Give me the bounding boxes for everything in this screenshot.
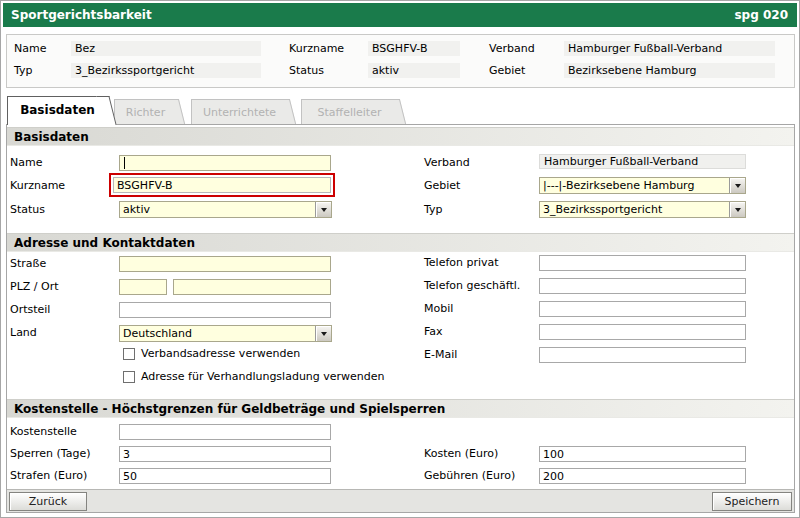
back-button[interactable]: Zurück <box>9 492 87 511</box>
kurzname-error-highlight <box>109 173 335 197</box>
status-select-value: aktiv <box>120 202 315 217</box>
land-select-value: Deutschland <box>120 326 315 341</box>
verband-label: Verband <box>424 155 470 171</box>
fax-label: Fax <box>424 324 443 340</box>
email-input[interactable] <box>539 347 746 363</box>
kosten-euro-input[interactable] <box>539 446 746 462</box>
section-header-adresse: Adresse und Kontaktdaten <box>7 233 794 252</box>
kurzname-label: Kurzname <box>10 178 65 194</box>
plz-input[interactable] <box>119 279 167 295</box>
land-label: Land <box>10 325 37 341</box>
name-label: Name <box>10 155 42 171</box>
summary-kurzname-value: BSGHFV-B <box>368 41 460 56</box>
tab-staffelleiter[interactable]: Staffelleiter <box>301 99 397 124</box>
page-title: Sportgerichtsbarkeit <box>11 8 152 22</box>
email-label: E-Mail <box>424 347 457 363</box>
typ-dropdown-button[interactable] <box>729 202 745 217</box>
verbandsadresse-checkbox-row: Verbandsadresse verwenden <box>123 347 300 361</box>
chevron-down-icon <box>735 184 741 188</box>
mobil-input[interactable] <box>539 301 746 317</box>
gebiet-select-value: |---|-Bezirksebene Hamburg <box>540 178 729 193</box>
chevron-down-icon <box>321 332 327 336</box>
plz-ort-label: PLZ / Ort <box>10 279 59 295</box>
tab-bar: Basisdaten Richter Unterrichtete Staffel… <box>7 96 767 124</box>
strafen-euro-input[interactable] <box>119 468 331 484</box>
save-button[interactable]: Speichern <box>712 492 792 511</box>
name-input[interactable] <box>119 155 331 171</box>
gebiet-label: Gebiet <box>424 178 460 194</box>
footer-bar: Zurück Speichern <box>7 489 794 512</box>
summary-verband-label: Verband <box>489 41 535 56</box>
summary-status-label: Status <box>289 63 324 78</box>
ort-input[interactable] <box>173 279 331 295</box>
page-code: spg 020 <box>734 3 788 27</box>
summary-kurzname-label: Kurzname <box>289 41 344 56</box>
gebuehren-euro-label: Gebühren (Euro) <box>424 468 515 484</box>
app-window: Sportgerichtsbarkeit spg 020 Name Bez Ku… <box>0 0 800 518</box>
typ-select-value: 3_Bezirkssportgericht <box>540 202 729 217</box>
summary-typ-value: 3_Bezirkssportgericht <box>71 63 261 78</box>
kosten-euro-label: Kosten (Euro) <box>424 446 498 462</box>
mobil-label: Mobil <box>424 301 453 317</box>
fax-input[interactable] <box>539 324 746 340</box>
kostenstelle-label: Kostenstelle <box>10 424 77 440</box>
section-header-basisdaten: Basisdaten <box>7 127 794 146</box>
summary-typ-label: Typ <box>14 63 33 78</box>
section-header-kostenstelle: Kostenstelle - Höchstgrenzen für Geldbet… <box>7 399 794 418</box>
titlebar: Sportgerichtsbarkeit spg 020 <box>3 3 797 27</box>
sperren-tage-label: Sperren (Tage) <box>10 446 91 462</box>
telefon-privat-label: Telefon privat <box>424 255 499 271</box>
status-dropdown-button[interactable] <box>315 202 331 217</box>
summary-name-label: Name <box>14 41 46 56</box>
verhandlungsladung-checkbox-row: Adresse für Verhandlungsladung verwenden <box>123 370 385 384</box>
ortsteil-input[interactable] <box>119 302 331 318</box>
land-dropdown-button[interactable] <box>315 326 331 341</box>
verbandsadresse-checkbox[interactable] <box>123 348 135 360</box>
summary-status-value: aktiv <box>368 63 460 78</box>
tab-basisdaten[interactable]: Basisdaten <box>7 96 107 125</box>
verbandsadresse-checkbox-label: Verbandsadresse verwenden <box>141 347 300 361</box>
sperren-tage-input[interactable] <box>119 446 331 462</box>
strafen-euro-label: Strafen (Euro) <box>10 468 87 484</box>
gebiet-select[interactable]: |---|-Bezirksebene Hamburg <box>539 177 746 194</box>
strasse-input[interactable] <box>119 256 331 272</box>
ortsteil-label: Ortsteil <box>10 302 50 318</box>
chevron-down-icon <box>321 208 327 212</box>
gebuehren-euro-input[interactable] <box>539 468 746 484</box>
summary-gebiet-label: Gebiet <box>489 63 525 78</box>
summary-name-value: Bez <box>71 41 261 56</box>
status-label: Status <box>10 202 45 218</box>
verband-readonly-field: Hamburger Fußball-Verband <box>539 154 746 169</box>
summary-verband-value: Hamburger Fußball-Verband <box>564 41 775 56</box>
kostenstelle-input[interactable] <box>119 424 331 440</box>
strasse-label: Straße <box>10 256 46 272</box>
tab-richter[interactable]: Richter <box>114 99 176 124</box>
status-select[interactable]: aktiv <box>119 201 332 218</box>
telefon-geschaeftl-label: Telefon geschäftl. <box>424 278 520 294</box>
summary-gebiet-value: Bezirksebene Hamburg <box>564 63 775 78</box>
verhandlungsladung-checkbox[interactable] <box>123 371 135 383</box>
gebiet-dropdown-button[interactable] <box>729 178 745 193</box>
chevron-down-icon <box>735 208 741 212</box>
verhandlungsladung-checkbox-label: Adresse für Verhandlungsladung verwenden <box>141 370 385 384</box>
typ-select[interactable]: 3_Bezirkssportgericht <box>539 201 746 218</box>
form-panel: Basisdaten Name Kurzname Status aktiv Ve… <box>6 124 795 513</box>
text-cursor <box>124 157 125 169</box>
telefon-privat-input[interactable] <box>539 255 746 271</box>
typ-label: Typ <box>424 202 443 218</box>
tab-unterrichtete[interactable]: Unterrichtete <box>191 99 287 124</box>
land-select[interactable]: Deutschland <box>119 325 332 342</box>
telefon-geschaeftl-input[interactable] <box>539 278 746 294</box>
summary-panel: Name Bez Kurzname BSGHFV-B Verband Hambu… <box>6 34 795 88</box>
kurzname-input[interactable] <box>113 177 331 193</box>
